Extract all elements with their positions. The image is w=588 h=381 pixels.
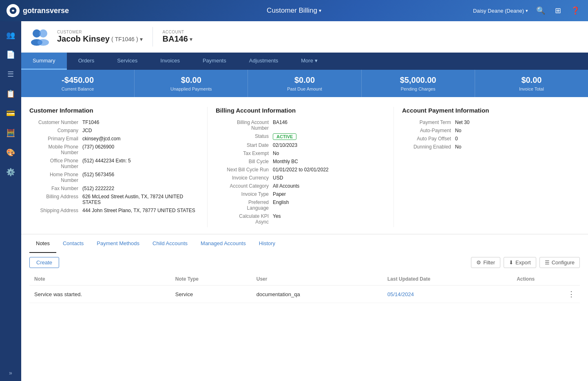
tab-services[interactable]: Services [106, 53, 149, 70]
info-row-mobile: Mobile PhoneNumber (737) 0626900 [29, 144, 199, 155]
info-row-account-category: Account Category All Accounts [216, 183, 385, 189]
customer-name[interactable]: Jacob Kinsey ( TF1046 ) ▾ [57, 34, 143, 44]
notes-section: Create ⚙ Filter ⬇ Export ☰ Configure [21, 252, 588, 308]
tab-orders[interactable]: Orders [67, 53, 106, 70]
account-dropdown-arrow[interactable]: ▾ [190, 36, 192, 42]
summary-card-invoice-total: $0.00 Invoice Total [475, 70, 588, 97]
filter-icon: ⚙ [476, 259, 481, 266]
svg-point-4 [38, 39, 49, 46]
bottom-tab-contacts[interactable]: Contacts [56, 235, 90, 253]
note-user: documentation_qa [252, 286, 382, 303]
tab-payments[interactable]: Payments [191, 53, 238, 70]
sidebar-expand-button[interactable]: » [9, 370, 12, 376]
info-row-start-date: Start Date 02/10/2023 [216, 142, 385, 148]
info-row-dunning-enabled: Dunning Enabled No [402, 144, 572, 150]
customer-number-value: TF1046 [82, 120, 99, 125]
bottom-tab-history[interactable]: History [252, 235, 282, 253]
info-row-bill-cycle: Bill Cycle Monthly BC [216, 159, 385, 164]
bottom-tab-notes[interactable]: Notes [29, 235, 56, 253]
unapplied-payments-value: $0.00 [143, 75, 239, 85]
search-button[interactable]: 🔍 [535, 4, 547, 17]
info-row-home: Home PhoneNumber (512) 5673456 [29, 172, 199, 183]
past-due-value: $0.00 [256, 75, 353, 85]
sidebar-item-palette[interactable]: 🎨 [2, 144, 20, 162]
customer-dropdown-arrow[interactable]: ▾ [140, 36, 143, 42]
start-date-value: 02/10/2023 [273, 142, 297, 148]
invoice-type-value: Paper [273, 191, 286, 197]
bottom-tab-payment-methods[interactable]: Payment Methods [90, 235, 146, 253]
main-layout: 👥 📄 ☰ 📋 💳 🧮 🎨 ⚙️ » CUSTOMER Jac [0, 21, 588, 381]
customer-info-title: Customer Information [29, 107, 199, 114]
logo-text: gotransverse [23, 7, 69, 15]
sidebar-item-settings[interactable]: ⚙️ [2, 163, 20, 181]
tab-more[interactable]: More ▾ [290, 53, 329, 70]
past-due-label: Past Due Amount [256, 86, 353, 91]
account-block: ACCOUNT BA146 ▾ [163, 30, 192, 44]
tab-summary[interactable]: Summary [21, 53, 67, 70]
info-row-next-bill-cycle: Next Bill Cycle Run 01/01/2022 to 02/01/… [216, 167, 385, 173]
bottom-tab-managed-accounts[interactable]: Managed Accounts [194, 235, 252, 253]
sidebar-item-calculator[interactable]: 🧮 [2, 124, 20, 142]
tab-adjustments[interactable]: Adjustments [238, 53, 290, 70]
help-button[interactable]: ❓ [569, 4, 581, 17]
summary-card-pending-charges: $5,000.00 Pending Charges [362, 70, 475, 97]
summary-cards: -$450.00 Current Balance $0.00 Unapplied… [21, 70, 588, 97]
account-label: ACCOUNT [163, 30, 192, 34]
info-row-invoice-currency: Invoice Currency USD [216, 175, 385, 181]
bottom-tab-child-accounts[interactable]: Child Accounts [146, 235, 194, 253]
tab-invoices[interactable]: Invoices [149, 53, 191, 70]
current-balance-label: Current Balance [29, 86, 126, 91]
info-row-calculate-kpi: Calculate KPIAsync Yes [216, 213, 385, 225]
three-dots-icon[interactable]: ⋮ [568, 290, 575, 298]
table-header-row: Note Note Type User Last Updated Date Ac… [29, 273, 580, 286]
billing-info-section: Billing Account Information Billing Acco… [207, 107, 394, 227]
billing-info-title: Billing Account Information [216, 107, 385, 114]
user-menu[interactable]: Daisy Deane (Deane) ▾ [473, 8, 528, 14]
auto-pay-offset-label: Auto Pay Offset [402, 136, 451, 142]
info-row-company: Company JCD [29, 128, 199, 133]
page-title: Customer Billing ▾ [267, 7, 321, 15]
note-actions[interactable]: ⋮ [512, 286, 580, 303]
mobile-label: Mobile PhoneNumber [29, 144, 78, 155]
auto-pay-offset-value: 0 [455, 136, 458, 142]
sidebar-item-list[interactable]: ☰ [2, 65, 20, 83]
invoice-currency-value: USD [273, 175, 283, 181]
customer-number-label: Customer Number [29, 120, 78, 125]
export-button[interactable]: ⬇ Export [504, 257, 536, 268]
current-balance-value: -$450.00 [29, 75, 126, 85]
svg-point-2 [39, 29, 47, 38]
info-row-auto-payment: Auto-Payment No [402, 128, 572, 133]
account-category-label: Account Category [216, 183, 269, 189]
sidebar-item-users[interactable]: 👥 [2, 26, 20, 44]
payment-info-title: Account Payment Information [402, 107, 572, 114]
info-row-auto-pay-offset: Auto Pay Offset 0 [402, 136, 572, 142]
company-value: JCD [82, 128, 92, 133]
shipping-address-label: Shipping Address [29, 208, 78, 213]
home-value: (512) 5673456 [82, 172, 114, 183]
filter-button[interactable]: ⚙ Filter [471, 257, 500, 268]
account-id[interactable]: BA146 ▾ [163, 34, 192, 44]
email-label: Primary Email [29, 136, 78, 142]
note-last-updated: 05/14/2024 [382, 286, 512, 303]
create-button[interactable]: Create [29, 257, 59, 268]
sidebar-item-file[interactable]: 📋 [2, 85, 20, 103]
office-label: Office PhoneNumber [29, 158, 78, 169]
notes-actions: ⚙ Filter ⬇ Export ☰ Configure [471, 257, 580, 268]
grid-menu-button[interactable]: ⊞ [553, 4, 563, 17]
logo[interactable]: gotransverse [7, 4, 69, 17]
notes-toolbar: Create ⚙ Filter ⬇ Export ☰ Configure [29, 257, 580, 268]
invoice-currency-label: Invoice Currency [216, 175, 269, 181]
info-row-status: Status ACTIVE [216, 133, 385, 140]
customer-header: CUSTOMER Jacob Kinsey ( TF1046 ) ▾ ACCOU… [21, 21, 588, 53]
customer-information-section: Customer Information Customer Number TF1… [29, 107, 207, 227]
configure-button[interactable]: ☰ Configure [539, 257, 580, 268]
sidebar-item-documents[interactable]: 📄 [2, 46, 20, 64]
auto-payment-value: No [455, 128, 461, 133]
header-divider [153, 27, 153, 47]
invoice-total-value: $0.00 [483, 75, 580, 85]
sidebar-item-card[interactable]: 💳 [2, 104, 20, 122]
bill-cycle-value: Monthly BC [273, 159, 298, 164]
invoice-type-label: Invoice Type [216, 191, 269, 197]
next-bill-cycle-value: 01/01/2022 to 02/01/2022 [273, 167, 329, 173]
shipping-address-value: 444 John Street Plano, TX, 78777 UNITED … [82, 208, 195, 213]
